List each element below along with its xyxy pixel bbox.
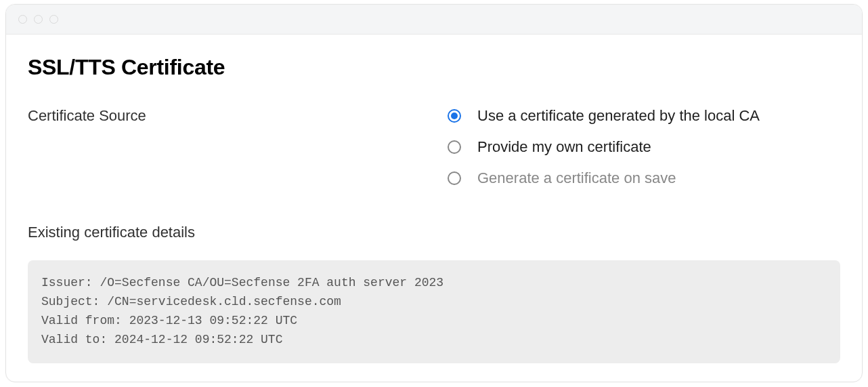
issuer-label: Issuer: xyxy=(41,276,93,289)
page-content: SSL/TTS Certificate Certificate Source U… xyxy=(6,35,862,380)
radio-use-local-ca[interactable]: Use a certificate generated by the local… xyxy=(448,107,760,125)
subject-value: /CN=servicedesk.cld.secfense.com xyxy=(107,295,341,308)
valid-from-label: Valid from: xyxy=(41,314,122,327)
cert-source-label: Certificate Source xyxy=(28,107,448,125)
cert-details-box: Issuer: /O=Secfense CA/OU=Secfense 2FA a… xyxy=(28,260,840,363)
page-title: SSL/TTS Certificate xyxy=(28,55,840,80)
window-zoom-icon[interactable] xyxy=(49,15,58,24)
window-minimize-icon[interactable] xyxy=(34,15,43,24)
radio-label: Use a certificate generated by the local… xyxy=(477,107,760,125)
valid-to-value: 2024-12-12 09:52:22 UTC xyxy=(114,333,282,346)
valid-to-label: Valid to: xyxy=(41,333,107,346)
cert-source-options: Use a certificate generated by the local… xyxy=(448,107,760,187)
radio-icon xyxy=(448,140,461,154)
radio-generate-on-save: Generate a certificate on save xyxy=(448,169,760,187)
window-close-icon[interactable] xyxy=(18,15,27,24)
radio-icon xyxy=(448,171,461,185)
existing-cert-title: Existing certificate details xyxy=(28,224,840,241)
radio-label: Provide my own certificate xyxy=(477,138,651,156)
radio-icon xyxy=(448,109,461,123)
radio-provide-own[interactable]: Provide my own certificate xyxy=(448,138,760,156)
subject-label: Subject: xyxy=(41,295,100,308)
issuer-value: /O=Secfense CA/OU=Secfense 2FA auth serv… xyxy=(100,276,443,289)
cert-source-row: Certificate Source Use a certificate gen… xyxy=(28,107,840,187)
app-window: SSL/TTS Certificate Certificate Source U… xyxy=(5,4,863,382)
radio-label: Generate a certificate on save xyxy=(477,169,676,187)
window-titlebar xyxy=(6,5,862,35)
valid-from-value: 2023-12-13 09:52:22 UTC xyxy=(129,314,297,327)
